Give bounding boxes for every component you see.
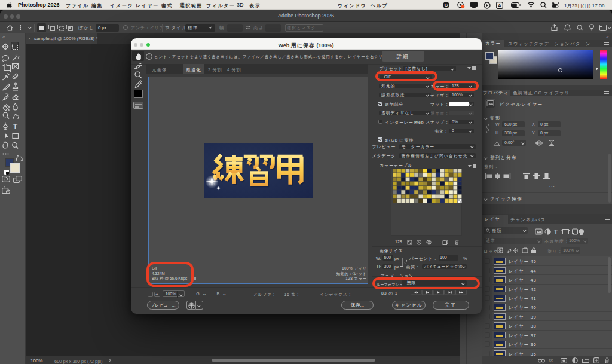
svg-text:T: T [554,229,558,235]
svg-text:A: A [498,2,501,8]
svg-text:T: T [13,123,18,131]
